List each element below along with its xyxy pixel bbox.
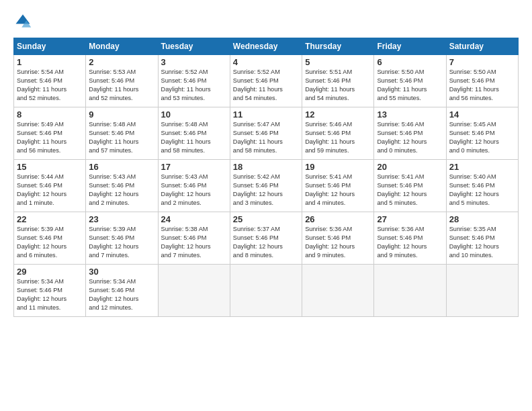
day-info: Sunrise: 5:51 AM Sunset: 5:46 PM Dayligh… bbox=[305, 68, 371, 103]
calendar-cell: 19Sunrise: 5:41 AM Sunset: 5:46 PM Dayli… bbox=[302, 160, 374, 212]
day-info: Sunrise: 5:40 AM Sunset: 5:46 PM Dayligh… bbox=[449, 173, 515, 208]
logo bbox=[13, 12, 35, 31]
calendar-cell: 16Sunrise: 5:43 AM Sunset: 5:46 PM Dayli… bbox=[86, 160, 158, 212]
calendar-cell bbox=[446, 265, 518, 317]
calendar-cell: 7Sunrise: 5:50 AM Sunset: 5:46 PM Daylig… bbox=[446, 55, 518, 107]
day-info: Sunrise: 5:42 AM Sunset: 5:46 PM Dayligh… bbox=[233, 173, 299, 208]
calendar-cell: 27Sunrise: 5:36 AM Sunset: 5:46 PM Dayli… bbox=[374, 212, 446, 265]
day-info: Sunrise: 5:38 AM Sunset: 5:46 PM Dayligh… bbox=[161, 225, 227, 260]
day-info: Sunrise: 5:36 AM Sunset: 5:46 PM Dayligh… bbox=[377, 225, 443, 260]
day-info: Sunrise: 5:53 AM Sunset: 5:46 PM Dayligh… bbox=[89, 68, 154, 103]
calendar-week-row: 22Sunrise: 5:39 AM Sunset: 5:46 PM Dayli… bbox=[14, 212, 519, 265]
calendar-cell: 21Sunrise: 5:40 AM Sunset: 5:46 PM Dayli… bbox=[446, 160, 518, 212]
header bbox=[13, 12, 519, 31]
day-number: 14 bbox=[449, 109, 515, 120]
day-info: Sunrise: 5:39 AM Sunset: 5:46 PM Dayligh… bbox=[89, 225, 154, 260]
calendar-cell: 24Sunrise: 5:38 AM Sunset: 5:46 PM Dayli… bbox=[158, 212, 230, 265]
day-number: 10 bbox=[161, 109, 227, 120]
day-info: Sunrise: 5:46 AM Sunset: 5:46 PM Dayligh… bbox=[377, 120, 443, 155]
calendar-cell: 4Sunrise: 5:52 AM Sunset: 5:46 PM Daylig… bbox=[230, 55, 302, 107]
day-info: Sunrise: 5:45 AM Sunset: 5:46 PM Dayligh… bbox=[449, 120, 515, 155]
calendar-cell: 22Sunrise: 5:39 AM Sunset: 5:46 PM Dayli… bbox=[14, 212, 86, 265]
day-number: 30 bbox=[89, 267, 154, 277]
day-number: 19 bbox=[305, 162, 371, 172]
day-info: Sunrise: 5:36 AM Sunset: 5:46 PM Dayligh… bbox=[305, 225, 371, 260]
weekday-header-monday: Monday bbox=[86, 38, 158, 55]
calendar-cell: 17Sunrise: 5:43 AM Sunset: 5:46 PM Dayli… bbox=[158, 160, 230, 212]
day-info: Sunrise: 5:47 AM Sunset: 5:46 PM Dayligh… bbox=[233, 120, 299, 155]
weekday-header-row: SundayMondayTuesdayWednesdayThursdayFrid… bbox=[14, 38, 519, 55]
calendar-cell: 12Sunrise: 5:46 AM Sunset: 5:46 PM Dayli… bbox=[302, 107, 374, 160]
weekday-header-wednesday: Wednesday bbox=[230, 38, 302, 55]
calendar-cell bbox=[158, 265, 230, 317]
day-number: 3 bbox=[161, 57, 227, 67]
day-number: 27 bbox=[377, 214, 443, 224]
day-number: 28 bbox=[449, 214, 515, 224]
day-info: Sunrise: 5:48 AM Sunset: 5:46 PM Dayligh… bbox=[161, 120, 227, 155]
calendar-cell: 26Sunrise: 5:36 AM Sunset: 5:46 PM Dayli… bbox=[302, 212, 374, 265]
calendar-cell: 28Sunrise: 5:35 AM Sunset: 5:46 PM Dayli… bbox=[446, 212, 518, 265]
day-number: 8 bbox=[17, 109, 83, 120]
calendar-cell: 15Sunrise: 5:44 AM Sunset: 5:46 PM Dayli… bbox=[14, 160, 86, 212]
calendar-table: SundayMondayTuesdayWednesdayThursdayFrid… bbox=[13, 38, 519, 317]
day-number: 18 bbox=[233, 162, 299, 172]
day-info: Sunrise: 5:41 AM Sunset: 5:46 PM Dayligh… bbox=[377, 173, 443, 208]
day-number: 4 bbox=[233, 57, 299, 67]
calendar-cell: 25Sunrise: 5:37 AM Sunset: 5:46 PM Dayli… bbox=[230, 212, 302, 265]
calendar-cell: 10Sunrise: 5:48 AM Sunset: 5:46 PM Dayli… bbox=[158, 107, 230, 160]
day-number: 16 bbox=[89, 162, 154, 172]
day-number: 24 bbox=[161, 214, 227, 224]
day-info: Sunrise: 5:48 AM Sunset: 5:46 PM Dayligh… bbox=[89, 120, 154, 155]
calendar-cell: 11Sunrise: 5:47 AM Sunset: 5:46 PM Dayli… bbox=[230, 107, 302, 160]
calendar-cell: 14Sunrise: 5:45 AM Sunset: 5:46 PM Dayli… bbox=[446, 107, 518, 160]
day-info: Sunrise: 5:34 AM Sunset: 5:46 PM Dayligh… bbox=[89, 277, 154, 312]
day-number: 9 bbox=[89, 109, 154, 120]
calendar-cell: 8Sunrise: 5:49 AM Sunset: 5:46 PM Daylig… bbox=[14, 107, 86, 160]
calendar-cell: 9Sunrise: 5:48 AM Sunset: 5:46 PM Daylig… bbox=[86, 107, 158, 160]
day-number: 22 bbox=[17, 214, 83, 224]
day-info: Sunrise: 5:43 AM Sunset: 5:46 PM Dayligh… bbox=[161, 173, 227, 208]
calendar-cell: 20Sunrise: 5:41 AM Sunset: 5:46 PM Dayli… bbox=[374, 160, 446, 212]
calendar-cell: 1Sunrise: 5:54 AM Sunset: 5:46 PM Daylig… bbox=[14, 55, 86, 107]
weekday-header-sunday: Sunday bbox=[14, 38, 86, 55]
day-number: 23 bbox=[89, 214, 154, 224]
calendar-cell bbox=[374, 265, 446, 317]
logo-icon bbox=[13, 12, 32, 31]
calendar-cell: 6Sunrise: 5:50 AM Sunset: 5:46 PM Daylig… bbox=[374, 55, 446, 107]
day-info: Sunrise: 5:43 AM Sunset: 5:46 PM Dayligh… bbox=[89, 173, 154, 208]
calendar-cell: 5Sunrise: 5:51 AM Sunset: 5:46 PM Daylig… bbox=[302, 55, 374, 107]
day-number: 5 bbox=[305, 57, 371, 67]
weekday-header-friday: Friday bbox=[374, 38, 446, 55]
calendar-cell bbox=[302, 265, 374, 317]
day-number: 15 bbox=[17, 162, 83, 172]
day-info: Sunrise: 5:41 AM Sunset: 5:46 PM Dayligh… bbox=[305, 173, 371, 208]
day-info: Sunrise: 5:39 AM Sunset: 5:46 PM Dayligh… bbox=[17, 225, 83, 260]
calendar-cell: 18Sunrise: 5:42 AM Sunset: 5:46 PM Dayli… bbox=[230, 160, 302, 212]
day-info: Sunrise: 5:34 AM Sunset: 5:46 PM Dayligh… bbox=[17, 277, 83, 312]
day-info: Sunrise: 5:35 AM Sunset: 5:46 PM Dayligh… bbox=[449, 225, 515, 260]
calendar-cell: 13Sunrise: 5:46 AM Sunset: 5:46 PM Dayli… bbox=[374, 107, 446, 160]
calendar-week-row: 29Sunrise: 5:34 AM Sunset: 5:46 PM Dayli… bbox=[14, 265, 519, 317]
weekday-header-tuesday: Tuesday bbox=[158, 38, 230, 55]
day-info: Sunrise: 5:46 AM Sunset: 5:46 PM Dayligh… bbox=[305, 120, 371, 155]
day-number: 6 bbox=[377, 57, 443, 67]
calendar-cell: 3Sunrise: 5:52 AM Sunset: 5:46 PM Daylig… bbox=[158, 55, 230, 107]
calendar-week-row: 15Sunrise: 5:44 AM Sunset: 5:46 PM Dayli… bbox=[14, 160, 519, 212]
day-info: Sunrise: 5:52 AM Sunset: 5:46 PM Dayligh… bbox=[233, 68, 299, 103]
calendar-cell: 30Sunrise: 5:34 AM Sunset: 5:46 PM Dayli… bbox=[86, 265, 158, 317]
page: SundayMondayTuesdayWednesdayThursdayFrid… bbox=[0, 0, 532, 411]
calendar-week-row: 8Sunrise: 5:49 AM Sunset: 5:46 PM Daylig… bbox=[14, 107, 519, 160]
calendar-week-row: 1Sunrise: 5:54 AM Sunset: 5:46 PM Daylig… bbox=[14, 55, 519, 107]
day-number: 2 bbox=[89, 57, 154, 67]
day-number: 29 bbox=[17, 267, 83, 277]
day-number: 26 bbox=[305, 214, 371, 224]
day-number: 12 bbox=[305, 109, 371, 120]
calendar-cell: 23Sunrise: 5:39 AM Sunset: 5:46 PM Dayli… bbox=[86, 212, 158, 265]
weekday-header-saturday: Saturday bbox=[446, 38, 518, 55]
day-number: 25 bbox=[233, 214, 299, 224]
day-number: 20 bbox=[377, 162, 443, 172]
day-info: Sunrise: 5:54 AM Sunset: 5:46 PM Dayligh… bbox=[17, 68, 83, 103]
calendar-cell: 29Sunrise: 5:34 AM Sunset: 5:46 PM Dayli… bbox=[14, 265, 86, 317]
day-info: Sunrise: 5:52 AM Sunset: 5:46 PM Dayligh… bbox=[161, 68, 227, 103]
day-number: 7 bbox=[449, 57, 515, 67]
